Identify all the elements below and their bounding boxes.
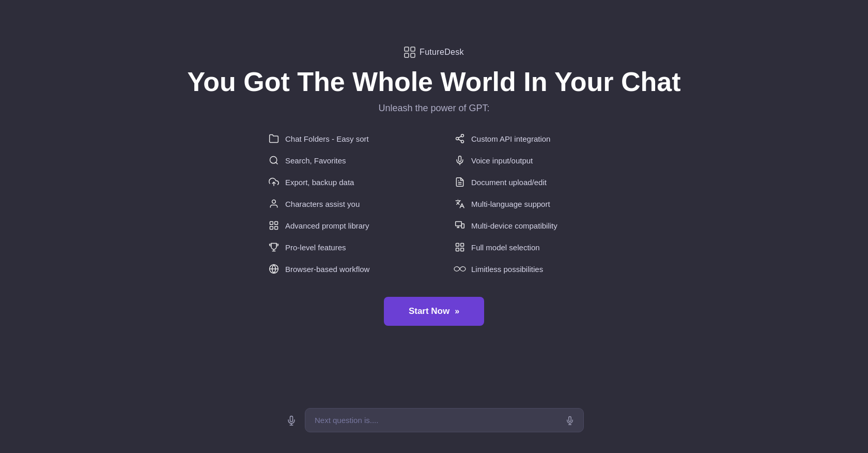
feature-label-characters: Characters assist you bbox=[285, 200, 360, 208]
feature-item-browser-workflow: Browser-based workflow bbox=[269, 264, 413, 274]
svg-rect-1 bbox=[411, 47, 415, 51]
hero-subtitle: Unleash the power of GPT: bbox=[378, 103, 489, 114]
feature-item-custom-api: Custom API integration bbox=[455, 133, 599, 144]
feature-label-browser-workflow: Browser-based workflow bbox=[285, 265, 369, 274]
feature-label-multi-language: Multi-language support bbox=[471, 200, 550, 208]
svg-rect-0 bbox=[405, 47, 409, 51]
start-now-button[interactable]: Start Now » bbox=[384, 297, 484, 326]
chat-input[interactable] bbox=[305, 408, 584, 432]
menu-icon bbox=[269, 220, 279, 231]
svg-rect-11 bbox=[275, 226, 278, 230]
feature-item-search-favorites: Search, Favorites bbox=[269, 155, 413, 165]
svg-rect-22 bbox=[456, 222, 462, 226]
svg-rect-26 bbox=[456, 248, 459, 251]
svg-point-16 bbox=[461, 141, 464, 143]
person-icon bbox=[269, 199, 279, 209]
feature-label-chat-folders: Chat Folders - Easy sort bbox=[285, 134, 369, 143]
feature-item-multi-device: Multi-device compatibility bbox=[455, 220, 599, 231]
hero-title: You Got The Whole World In Your Chat bbox=[187, 67, 680, 97]
svg-point-15 bbox=[456, 138, 459, 140]
feature-item-chat-folders: Chat Folders - Easy sort bbox=[269, 133, 413, 144]
svg-rect-10 bbox=[270, 226, 273, 230]
trophy-icon bbox=[269, 242, 279, 252]
feature-label-limitless: Limitless possibilities bbox=[471, 265, 543, 274]
attach-button[interactable] bbox=[284, 413, 299, 428]
feature-item-limitless: Limitless possibilities bbox=[455, 264, 599, 274]
upload-icon bbox=[269, 177, 279, 187]
feature-item-full-model: Full model selection bbox=[455, 242, 599, 252]
features-grid: Chat Folders - Easy sortSearch, Favorite… bbox=[269, 133, 599, 274]
feature-label-pro-features: Pro-level features bbox=[285, 243, 346, 252]
feature-item-characters: Characters assist you bbox=[269, 199, 413, 209]
svg-line-18 bbox=[458, 137, 461, 138]
brand-name: FutureDesk bbox=[420, 48, 464, 57]
brand-row: FutureDesk bbox=[404, 47, 464, 58]
infinity-icon bbox=[455, 264, 465, 274]
feature-label-voice-io: Voice input/output bbox=[471, 156, 533, 165]
search-icon bbox=[269, 155, 279, 165]
translate-icon bbox=[455, 199, 465, 209]
feature-label-custom-api: Custom API integration bbox=[471, 134, 550, 143]
feature-label-prompt-library: Advanced prompt library bbox=[285, 221, 369, 230]
bottom-bar bbox=[284, 408, 584, 432]
brand-icon bbox=[404, 47, 415, 58]
chat-input-wrapper bbox=[305, 408, 584, 432]
feature-label-search-favorites: Search, Favorites bbox=[285, 156, 346, 165]
svg-line-17 bbox=[458, 139, 461, 141]
svg-point-7 bbox=[272, 200, 276, 204]
svg-rect-9 bbox=[275, 222, 278, 225]
chevrons-icon: » bbox=[455, 307, 459, 316]
svg-rect-2 bbox=[405, 53, 409, 57]
feature-label-full-model: Full model selection bbox=[471, 243, 540, 252]
svg-point-14 bbox=[461, 134, 464, 137]
feature-label-export-backup: Export, backup data bbox=[285, 178, 354, 187]
feature-item-voice-io: Voice input/output bbox=[455, 155, 599, 165]
feature-item-multi-language: Multi-language support bbox=[455, 199, 599, 209]
feature-item-export-backup: Export, backup data bbox=[269, 177, 413, 187]
folder-icon bbox=[269, 133, 279, 144]
feature-item-prompt-library: Advanced prompt library bbox=[269, 220, 413, 231]
svg-point-4 bbox=[270, 157, 277, 163]
api-icon bbox=[455, 133, 465, 144]
svg-rect-25 bbox=[461, 244, 464, 247]
svg-line-5 bbox=[276, 162, 278, 164]
svg-rect-24 bbox=[456, 244, 459, 247]
mic-button[interactable] bbox=[563, 414, 577, 427]
features-right-column: Custom API integrationVoice input/output… bbox=[455, 133, 599, 274]
microphone-icon bbox=[455, 155, 465, 165]
svg-rect-27 bbox=[461, 248, 464, 251]
devices-icon bbox=[455, 220, 465, 231]
feature-label-multi-device: Multi-device compatibility bbox=[471, 221, 557, 230]
globe-icon bbox=[269, 264, 279, 274]
svg-rect-3 bbox=[411, 53, 415, 57]
grid-icon bbox=[455, 242, 465, 252]
svg-rect-8 bbox=[270, 222, 273, 225]
features-left-column: Chat Folders - Easy sortSearch, Favorite… bbox=[269, 133, 413, 274]
feature-item-pro-features: Pro-level features bbox=[269, 242, 413, 252]
document-icon bbox=[455, 177, 465, 187]
main-content: FutureDesk You Got The Whole World In Yo… bbox=[0, 47, 868, 326]
svg-rect-23 bbox=[461, 224, 464, 228]
feature-item-document-upload: Document upload/edit bbox=[455, 177, 599, 187]
start-now-label: Start Now bbox=[409, 306, 450, 316]
feature-label-document-upload: Document upload/edit bbox=[471, 178, 547, 187]
